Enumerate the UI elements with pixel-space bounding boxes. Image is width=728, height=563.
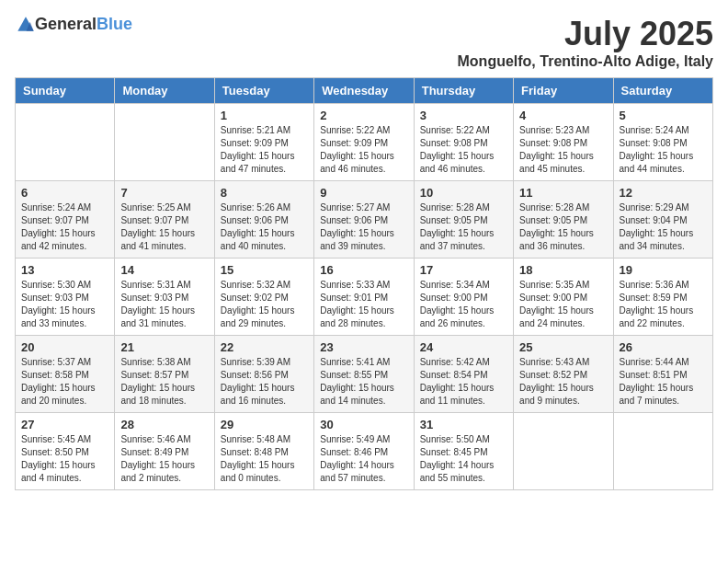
calendar-cell: 2Sunrise: 5:22 AMSunset: 9:09 PMDaylight… <box>314 104 414 181</box>
day-info: Sunrise: 5:23 AMSunset: 9:08 PMDaylight:… <box>519 124 607 176</box>
day-info: Sunrise: 5:39 AMSunset: 8:56 PMDaylight:… <box>221 356 308 408</box>
day-info: Sunrise: 5:29 AMSunset: 9:04 PMDaylight:… <box>620 201 707 253</box>
calendar-cell: 10Sunrise: 5:28 AMSunset: 9:05 PMDayligh… <box>414 181 513 259</box>
calendar-cell: 20Sunrise: 5:37 AMSunset: 8:58 PMDayligh… <box>16 336 115 413</box>
title-area: July 2025 Monguelfo, Trentino-Alto Adige… <box>458 15 714 70</box>
day-info: Sunrise: 5:24 AMSunset: 9:08 PMDaylight:… <box>620 124 707 176</box>
weekday-header: Tuesday <box>214 78 313 104</box>
calendar-cell: 12Sunrise: 5:29 AMSunset: 9:04 PMDayligh… <box>613 181 712 259</box>
day-number: 15 <box>221 263 308 277</box>
calendar-cell: 6Sunrise: 5:24 AMSunset: 9:07 PMDaylight… <box>16 181 115 259</box>
day-number: 11 <box>519 186 607 200</box>
calendar-cell: 18Sunrise: 5:35 AMSunset: 9:00 PMDayligh… <box>514 259 613 336</box>
day-number: 4 <box>519 109 607 122</box>
day-info: Sunrise: 5:31 AMSunset: 9:03 PMDaylight:… <box>120 279 208 330</box>
calendar-week-row: 13Sunrise: 5:30 AMSunset: 9:03 PMDayligh… <box>16 259 713 336</box>
page-header: GeneralBlue July 2025 Monguelfo, Trentin… <box>15 15 713 70</box>
calendar-week-row: 1Sunrise: 5:21 AMSunset: 9:09 PMDaylight… <box>16 104 713 181</box>
day-number: 28 <box>120 418 208 431</box>
day-info: Sunrise: 5:46 AMSunset: 8:49 PMDaylight:… <box>120 433 208 485</box>
day-info: Sunrise: 5:41 AMSunset: 8:55 PMDaylight:… <box>320 356 407 408</box>
calendar-cell: 22Sunrise: 5:39 AMSunset: 8:56 PMDayligh… <box>214 336 313 413</box>
day-info: Sunrise: 5:21 AMSunset: 9:09 PMDaylight:… <box>221 124 308 176</box>
day-number: 25 <box>519 340 607 354</box>
calendar-cell <box>514 413 613 490</box>
weekday-header: Monday <box>115 78 214 104</box>
day-info: Sunrise: 5:48 AMSunset: 8:48 PMDaylight:… <box>221 433 308 485</box>
day-number: 24 <box>420 340 507 354</box>
day-number: 9 <box>320 186 407 200</box>
day-info: Sunrise: 5:32 AMSunset: 9:02 PMDaylight:… <box>221 279 308 330</box>
day-info: Sunrise: 5:28 AMSunset: 9:05 PMDaylight:… <box>519 201 607 253</box>
day-number: 22 <box>221 340 308 354</box>
day-info: Sunrise: 5:37 AMSunset: 8:58 PMDaylight:… <box>21 356 108 408</box>
logo-blue-text: Blue <box>97 15 132 33</box>
calendar-cell: 1Sunrise: 5:21 AMSunset: 9:09 PMDaylight… <box>214 104 313 181</box>
calendar-cell: 16Sunrise: 5:33 AMSunset: 9:01 PMDayligh… <box>314 259 414 336</box>
day-number: 19 <box>620 263 707 277</box>
calendar-cell: 21Sunrise: 5:38 AMSunset: 8:57 PMDayligh… <box>115 336 214 413</box>
calendar-cell: 8Sunrise: 5:26 AMSunset: 9:06 PMDaylight… <box>214 181 313 259</box>
calendar-cell <box>115 104 214 181</box>
day-number: 17 <box>420 263 507 277</box>
day-number: 3 <box>420 109 507 122</box>
calendar-cell: 23Sunrise: 5:41 AMSunset: 8:55 PMDayligh… <box>314 336 414 413</box>
day-info: Sunrise: 5:43 AMSunset: 8:52 PMDaylight:… <box>519 356 607 408</box>
day-info: Sunrise: 5:26 AMSunset: 9:06 PMDaylight:… <box>221 201 308 253</box>
day-number: 6 <box>21 186 108 200</box>
calendar-cell: 29Sunrise: 5:48 AMSunset: 8:48 PMDayligh… <box>214 413 313 490</box>
day-number: 14 <box>120 263 208 277</box>
day-info: Sunrise: 5:30 AMSunset: 9:03 PMDaylight:… <box>21 279 108 330</box>
day-number: 2 <box>320 109 407 122</box>
calendar-header-row: SundayMondayTuesdayWednesdayThursdayFrid… <box>16 78 713 104</box>
day-info: Sunrise: 5:34 AMSunset: 9:00 PMDaylight:… <box>420 279 507 330</box>
day-number: 26 <box>620 340 707 354</box>
day-info: Sunrise: 5:22 AMSunset: 9:09 PMDaylight:… <box>320 124 407 176</box>
day-info: Sunrise: 5:25 AMSunset: 9:07 PMDaylight:… <box>120 201 208 253</box>
day-number: 27 <box>21 418 108 431</box>
day-number: 18 <box>519 263 607 277</box>
day-info: Sunrise: 5:49 AMSunset: 8:46 PMDaylight:… <box>320 433 407 485</box>
day-number: 30 <box>320 418 407 431</box>
day-info: Sunrise: 5:28 AMSunset: 9:05 PMDaylight:… <box>420 201 507 253</box>
day-info: Sunrise: 5:44 AMSunset: 8:51 PMDaylight:… <box>620 356 707 408</box>
calendar-table: SundayMondayTuesdayWednesdayThursdayFrid… <box>15 77 713 490</box>
calendar-cell: 19Sunrise: 5:36 AMSunset: 8:59 PMDayligh… <box>613 259 712 336</box>
calendar-cell: 11Sunrise: 5:28 AMSunset: 9:05 PMDayligh… <box>514 181 613 259</box>
day-number: 23 <box>320 340 407 354</box>
calendar-cell: 5Sunrise: 5:24 AMSunset: 9:08 PMDaylight… <box>613 104 712 181</box>
logo-icon <box>17 16 35 34</box>
day-info: Sunrise: 5:45 AMSunset: 8:50 PMDaylight:… <box>21 433 108 485</box>
day-info: Sunrise: 5:27 AMSunset: 9:06 PMDaylight:… <box>320 201 407 253</box>
calendar-cell: 14Sunrise: 5:31 AMSunset: 9:03 PMDayligh… <box>115 259 214 336</box>
weekday-header: Saturday <box>613 78 712 104</box>
day-info: Sunrise: 5:50 AMSunset: 8:45 PMDaylight:… <box>420 433 507 485</box>
day-number: 29 <box>221 418 308 431</box>
calendar-cell: 4Sunrise: 5:23 AMSunset: 9:08 PMDaylight… <box>514 104 613 181</box>
calendar-cell: 30Sunrise: 5:49 AMSunset: 8:46 PMDayligh… <box>314 413 414 490</box>
calendar-cell: 9Sunrise: 5:27 AMSunset: 9:06 PMDaylight… <box>314 181 414 259</box>
day-number: 1 <box>221 109 308 122</box>
day-info: Sunrise: 5:33 AMSunset: 9:01 PMDaylight:… <box>320 279 407 330</box>
logo-general-text: General <box>35 15 97 33</box>
calendar-cell: 28Sunrise: 5:46 AMSunset: 8:49 PMDayligh… <box>115 413 214 490</box>
day-number: 10 <box>420 186 507 200</box>
location-subtitle: Monguelfo, Trentino-Alto Adige, Italy <box>458 53 714 70</box>
weekday-header: Friday <box>514 78 613 104</box>
day-number: 12 <box>620 186 707 200</box>
day-info: Sunrise: 5:42 AMSunset: 8:54 PMDaylight:… <box>420 356 507 408</box>
calendar-cell: 3Sunrise: 5:22 AMSunset: 9:08 PMDaylight… <box>414 104 513 181</box>
day-info: Sunrise: 5:24 AMSunset: 9:07 PMDaylight:… <box>21 201 108 253</box>
calendar-cell: 24Sunrise: 5:42 AMSunset: 8:54 PMDayligh… <box>414 336 513 413</box>
calendar-week-row: 27Sunrise: 5:45 AMSunset: 8:50 PMDayligh… <box>16 413 713 490</box>
calendar-cell: 15Sunrise: 5:32 AMSunset: 9:02 PMDayligh… <box>214 259 313 336</box>
day-info: Sunrise: 5:22 AMSunset: 9:08 PMDaylight:… <box>420 124 507 176</box>
day-info: Sunrise: 5:38 AMSunset: 8:57 PMDaylight:… <box>120 356 208 408</box>
calendar-cell: 25Sunrise: 5:43 AMSunset: 8:52 PMDayligh… <box>514 336 613 413</box>
day-number: 16 <box>320 263 407 277</box>
weekday-header: Wednesday <box>314 78 414 104</box>
calendar-week-row: 20Sunrise: 5:37 AMSunset: 8:58 PMDayligh… <box>16 336 713 413</box>
month-year-title: July 2025 <box>458 15 714 53</box>
day-info: Sunrise: 5:35 AMSunset: 9:00 PMDaylight:… <box>519 279 607 330</box>
day-number: 8 <box>221 186 308 200</box>
